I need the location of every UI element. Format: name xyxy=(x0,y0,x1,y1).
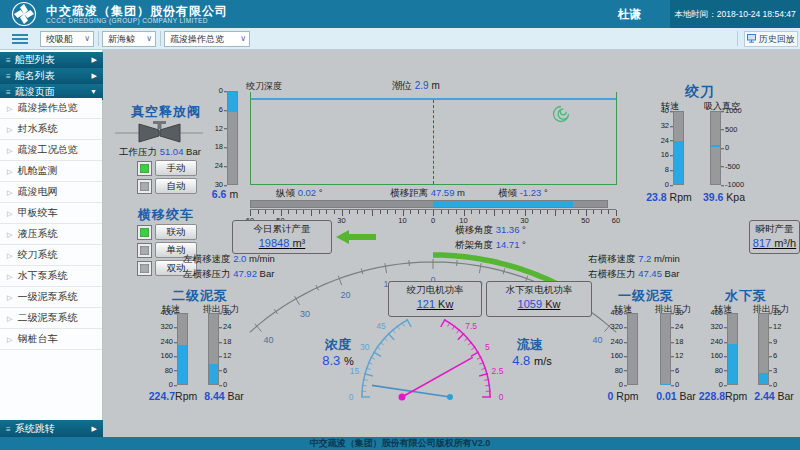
gauge-tick-label: 6 xyxy=(773,352,777,360)
concentration-needle-pivot xyxy=(447,394,453,400)
expand-icon: ▷ xyxy=(7,168,12,175)
ship-name-select[interactable]: 新海鲸∨ xyxy=(102,31,156,47)
sidebar-item[interactable]: ▷疏浚操作总览 xyxy=(0,98,102,119)
sidebar-item[interactable]: ▷一级泥泵系统 xyxy=(0,287,102,308)
ship-name-value: 新海鲸 xyxy=(108,34,135,44)
ruler-label: 0 xyxy=(431,216,435,225)
sidebar-item[interactable]: ▷机舱监测 xyxy=(0,161,102,182)
gauge-tick-label: 80 xyxy=(715,367,723,375)
ruler-tick xyxy=(296,210,297,214)
gauge-tick-label: 6 xyxy=(675,367,679,375)
gauge-tick-label: 12 xyxy=(773,324,781,332)
gauge-bar xyxy=(673,111,684,185)
flow-needle-pivot xyxy=(399,394,406,401)
gauge-scale-label: 45 xyxy=(376,321,386,331)
footer-copyright: 中交疏浚（集团）股份有限公司版权所有V2.0 xyxy=(0,437,800,450)
cutter-vacuum-gauge: 10005000-500-1000 xyxy=(710,111,748,185)
sidebar-group-ship-type[interactable]: ≡船型列表▶ xyxy=(0,52,103,68)
sidebar-item[interactable]: ▷绞刀系统 xyxy=(0,245,102,266)
flow-speed-label: 流速 xyxy=(506,336,554,354)
swing-angle-readout: 横移角度 31.36 ° xyxy=(455,224,526,237)
ruler-tick xyxy=(547,210,548,214)
ruler-tick xyxy=(372,210,373,216)
menu-toggle-icon[interactable] xyxy=(12,34,28,45)
gauge-tick-label: 0 xyxy=(665,181,669,189)
sidebar-item[interactable]: ▷甲板绞车 xyxy=(0,203,102,224)
sidebar-item-system-jump[interactable]: ≡系统跳转▶ xyxy=(0,420,103,437)
sidebar-item[interactable]: ▷钢桩台车 xyxy=(0,329,102,350)
sidebar-item[interactable]: ▷封水系统 xyxy=(0,119,102,140)
pump1-pressure-gauge: 3024181260 xyxy=(660,313,690,385)
sidebar-item-label: 二级泥泵系统 xyxy=(17,312,77,323)
pump1-speed-value: 0 Rpm xyxy=(598,390,648,402)
ruler-tick xyxy=(273,210,274,214)
gauge-tick xyxy=(471,352,479,357)
ruler-tick xyxy=(349,210,350,214)
dredging-monitor-app: 中交疏浚（集团）股份有限公司 CCCC DREDGING (GROUP) COM… xyxy=(0,0,800,450)
gauge-scale-label: 30 xyxy=(300,309,310,319)
sidebar-item-label: 机舱监测 xyxy=(17,165,57,176)
gauge-tick xyxy=(338,276,341,285)
local-time-value: 2018-10-24 18:54:47 xyxy=(717,9,796,19)
mode-button[interactable]: 自动 xyxy=(155,178,197,194)
sidebar-item[interactable]: ▷液压系统 xyxy=(0,224,102,245)
chevron-down-icon: ∨ xyxy=(84,32,90,46)
chevron-down-icon: ∨ xyxy=(240,32,246,46)
gauge-scale-label: 0 xyxy=(349,392,354,402)
sidebar-group-ship-name[interactable]: ≡船名列表▶ xyxy=(0,68,103,84)
company-name-en: CCCC DREDGING (GROUP) COMPANY LIMITED xyxy=(46,17,208,24)
mode-manual[interactable]: 手动 xyxy=(137,160,197,176)
gauge-scale-label: 20 xyxy=(340,290,350,300)
gauge-tick-label: 12 xyxy=(215,125,223,133)
list-icon: ≡ xyxy=(6,72,11,81)
mode-auto[interactable]: 自动 xyxy=(137,178,197,194)
gauge-bar xyxy=(627,313,638,385)
ruler-tick xyxy=(326,210,327,214)
sidebar-item[interactable]: ▷疏浚工况总览 xyxy=(0,140,102,161)
sidebar-item[interactable]: ▷二级泥泵系统 xyxy=(0,308,102,329)
sidebar-item[interactable]: ▷水下泵系统 xyxy=(0,266,102,287)
uw-pump-motor-power-box: 水下泵电机功率 1059 Kw xyxy=(486,281,592,317)
tide-level-readout: 潮位 2.9 m xyxy=(392,79,440,93)
cutter-depth-value: 6.6 m xyxy=(206,188,244,200)
flow-arc xyxy=(445,320,490,397)
mode-button[interactable]: 手动 xyxy=(155,160,197,176)
uw-pump-motor-power-value: 1059 Kw xyxy=(487,298,591,310)
mode-linked[interactable]: 联动 xyxy=(137,224,197,240)
gauge-tick-label: 18 xyxy=(215,144,223,152)
swing-direction-arrow-icon xyxy=(336,230,378,244)
sidebar-item-label: 一级泥泵系统 xyxy=(17,291,77,302)
cutter-motor-power-value: 121 Kw xyxy=(389,298,481,310)
gauge-tick-label: 8 xyxy=(665,166,669,174)
history-playback-label: 历史回放 xyxy=(759,34,795,44)
sidebar-item-label: 钢桩台车 xyxy=(17,333,57,344)
mode-button[interactable]: 联动 xyxy=(155,224,197,240)
page-select[interactable]: 疏浚操作总览∨ xyxy=(164,31,250,47)
toolbar-divider xyxy=(98,31,99,46)
uwpump-pressure-gauge: 15129630 xyxy=(758,313,788,385)
gauge-tick-label: 160 xyxy=(610,352,623,360)
ship-type-select[interactable]: 绞吸船∨ xyxy=(40,31,94,47)
cutter-speed-gauge: 4032241680 xyxy=(654,111,684,185)
gauge-tick-label: 24 xyxy=(675,324,683,332)
gauge-tick xyxy=(388,333,394,340)
arrow-icon: ▶ xyxy=(92,420,97,437)
ruler-tick xyxy=(410,210,411,214)
company-logo-icon xyxy=(8,1,40,27)
history-playback-button[interactable]: 历史回放 xyxy=(744,31,798,47)
expand-icon: ▷ xyxy=(7,294,12,301)
ruler-tick xyxy=(486,210,487,214)
chevron-down-icon: ∨ xyxy=(146,32,152,46)
ruler-tick xyxy=(570,210,571,214)
ruler-tick xyxy=(578,210,579,214)
username[interactable]: 杜谦 xyxy=(618,7,641,22)
gauge-tick-label: 30 xyxy=(675,309,683,317)
gauge-tick-label: 18 xyxy=(675,338,683,346)
ruler-tick xyxy=(288,210,289,214)
gauge-tick xyxy=(458,333,464,340)
gauge-tick xyxy=(385,263,387,273)
ruler-tick xyxy=(425,210,426,214)
gauge-scale-label: 40 xyxy=(593,335,603,345)
pump1-speed-gauge: 400320240160800 xyxy=(608,313,638,385)
sidebar-item[interactable]: ▷疏浚电网 xyxy=(0,182,102,203)
